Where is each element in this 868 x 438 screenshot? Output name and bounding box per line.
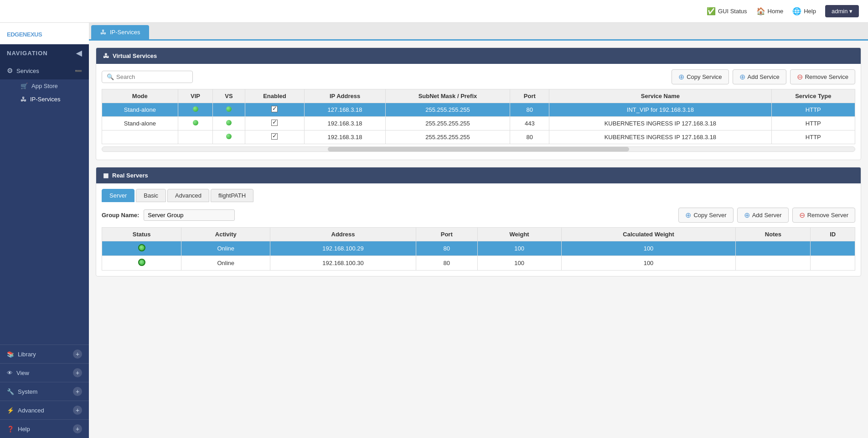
- help-icon: 🌐: [792, 7, 801, 16]
- rs-col-notes: Notes: [736, 228, 811, 241]
- sidebar-item-library[interactable]: 📚 Library +: [0, 344, 89, 363]
- view-plus-button[interactable]: +: [73, 368, 82, 377]
- copy-service-label: Copy Service: [687, 73, 722, 80]
- sidebar-item-ip-services[interactable]: 🖧 IP-Services: [14, 93, 89, 106]
- vs-col-service-name: Service Name: [549, 89, 771, 103]
- add-service-label: Add Service: [748, 73, 780, 80]
- library-plus-button[interactable]: +: [73, 349, 82, 359]
- tab-ip-services-label: IP-Services: [110, 29, 140, 36]
- virtual-services-body: 🔍 ⊕ Copy Service ⊕ Add Service: [96, 64, 861, 160]
- vs-col-enabled: Enabled: [245, 89, 305, 103]
- add-service-icon: ⊕: [739, 73, 745, 81]
- home-label: Home: [768, 8, 784, 15]
- content-scroll: 🖧 Virtual Services 🔍 ⊕ Copy Servi: [89, 41, 868, 438]
- search-icon: 🔍: [107, 73, 114, 80]
- cell-status: [102, 241, 181, 256]
- vs-col-vip: VIP: [178, 89, 213, 103]
- group-name-input[interactable]: [144, 209, 235, 221]
- rs-table-header-row: Status Activity Address Port Weight Calc…: [102, 228, 855, 241]
- virtual-services-btn-group: ⊕ Copy Service ⊕ Add Service ⊖ Remove Se…: [672, 69, 855, 84]
- table-row[interactable]: Online 192.168.100.29 80 100 100: [102, 241, 855, 256]
- sidebar-services-label: Services: [16, 68, 39, 74]
- ip-services-label: IP-Services: [30, 96, 60, 103]
- table-row[interactable]: Online 192.168.100.30 80 100 100: [102, 256, 855, 271]
- add-server-icon: ⊕: [744, 211, 750, 219]
- cell-port: 443: [510, 117, 549, 130]
- rs-group-row: Group Name: ⊕ Copy Server ⊕ Add Server: [102, 208, 855, 223]
- vs-col-vs: VS: [213, 89, 245, 103]
- sidebar-item-help[interactable]: ❓ Help +: [0, 419, 89, 438]
- cell-id: [811, 241, 855, 256]
- cell-mode: Stand-alone: [102, 103, 178, 117]
- rs-tab-basic[interactable]: Basic: [136, 189, 166, 202]
- copy-server-button[interactable]: ⊕ Copy Server: [678, 208, 733, 223]
- home-item[interactable]: 🏠 Home: [756, 7, 784, 16]
- tab-ip-services[interactable]: 🖧 IP-Services: [91, 25, 149, 39]
- sidebar-item-services[interactable]: ⚙ Services ➖: [0, 62, 89, 79]
- cell-address: 192.168.100.30: [270, 256, 416, 271]
- remove-server-icon: ⊖: [799, 211, 805, 219]
- rs-col-calc-weight: Calculated Weight: [561, 228, 736, 241]
- vs-table-scroll[interactable]: Mode VIP VS Enabled IP Address SubNet Ma…: [102, 89, 855, 144]
- admin-button[interactable]: admin ▾: [825, 5, 859, 17]
- table-row[interactable]: Stand-alone 127.168.3.18 255.255.255.255…: [102, 103, 855, 117]
- logo: EDGENEXUS: [0, 23, 89, 44]
- remove-server-button[interactable]: ⊖ Remove Server: [792, 208, 855, 223]
- virtual-services-title: Virtual Services: [113, 52, 157, 59]
- cell-vip: [178, 103, 213, 117]
- real-servers-title: Real Servers: [112, 172, 148, 179]
- tab-bar: 🖧 IP-Services: [89, 23, 868, 41]
- rs-tab-flightpath[interactable]: flightPATH: [211, 189, 253, 202]
- remove-service-label: Remove Service: [805, 73, 848, 80]
- add-service-button[interactable]: ⊕ Add Service: [733, 69, 786, 84]
- table-row[interactable]: 192.168.3.18 255.255.255.255 80 KUBERNET…: [102, 130, 855, 144]
- checkbox: [271, 120, 278, 126]
- help-plus-button[interactable]: +: [73, 424, 82, 433]
- sidebar-item-advanced[interactable]: ⚡ Advanced +: [0, 401, 89, 419]
- cell-ip: 192.168.3.18: [305, 130, 385, 144]
- add-server-button[interactable]: ⊕ Add Server: [737, 208, 789, 223]
- cell-vip: [178, 130, 213, 144]
- advanced-icon: ⚡: [7, 407, 14, 414]
- sidebar-item-app-store[interactable]: 🛒 App Store: [14, 79, 89, 93]
- advanced-plus-button[interactable]: +: [73, 406, 82, 415]
- remove-service-button[interactable]: ⊖ Remove Service: [790, 69, 855, 84]
- vs-col-ip: IP Address: [305, 89, 385, 103]
- search-box[interactable]: 🔍: [102, 71, 193, 83]
- system-icon: 🔧: [7, 388, 14, 395]
- help-nav-icon: ❓: [7, 426, 14, 433]
- rs-col-port: Port: [416, 228, 477, 241]
- logo-text: EDGENEXUS: [7, 28, 42, 39]
- search-input[interactable]: [116, 73, 188, 80]
- rs-col-status: Status: [102, 228, 181, 241]
- cell-mode: [102, 130, 178, 144]
- rs-table: Status Activity Address Port Weight Calc…: [102, 227, 855, 271]
- checkbox: [271, 133, 278, 140]
- copy-service-button[interactable]: ⊕ Copy Service: [672, 69, 728, 84]
- nav-collapse-button[interactable]: ◀: [76, 49, 82, 57]
- cell-address: 192.168.100.29: [270, 241, 416, 256]
- help-nav-label: Help: [18, 426, 30, 433]
- help-item[interactable]: 🌐 Help: [792, 7, 816, 16]
- status-dot: [226, 106, 232, 112]
- gui-status-item[interactable]: ✅ GUI Status: [707, 7, 747, 16]
- rs-tab-server[interactable]: Server: [102, 189, 134, 202]
- rs-col-address: Address: [270, 228, 416, 241]
- cell-vs: [213, 130, 245, 144]
- cell-service-type: HTTP: [771, 117, 855, 130]
- cell-notes: [736, 256, 811, 271]
- table-row[interactable]: Stand-alone 192.168.3.18 255.255.255.255…: [102, 117, 855, 130]
- logo-part2: NEXUS: [23, 31, 42, 38]
- virtual-services-toolbar: 🔍 ⊕ Copy Service ⊕ Add Service: [102, 69, 855, 84]
- content-area: 🖧 IP-Services 🖧 Virtual Services 🔍: [89, 23, 868, 438]
- system-plus-button[interactable]: +: [73, 387, 82, 396]
- sidebar-item-view[interactable]: 👁 View +: [0, 363, 89, 382]
- vs-table-header-row: Mode VIP VS Enabled IP Address SubNet Ma…: [102, 89, 855, 103]
- admin-label: admin ▾: [832, 8, 852, 15]
- cell-service-type: HTTP: [771, 130, 855, 144]
- rs-tab-advanced[interactable]: Advanced: [167, 189, 209, 202]
- app-store-label: App Store: [31, 83, 58, 89]
- sidebar-item-system[interactable]: 🔧 System +: [0, 382, 89, 401]
- vs-scroll-track[interactable]: [102, 146, 855, 152]
- rs-col-id: ID: [811, 228, 855, 241]
